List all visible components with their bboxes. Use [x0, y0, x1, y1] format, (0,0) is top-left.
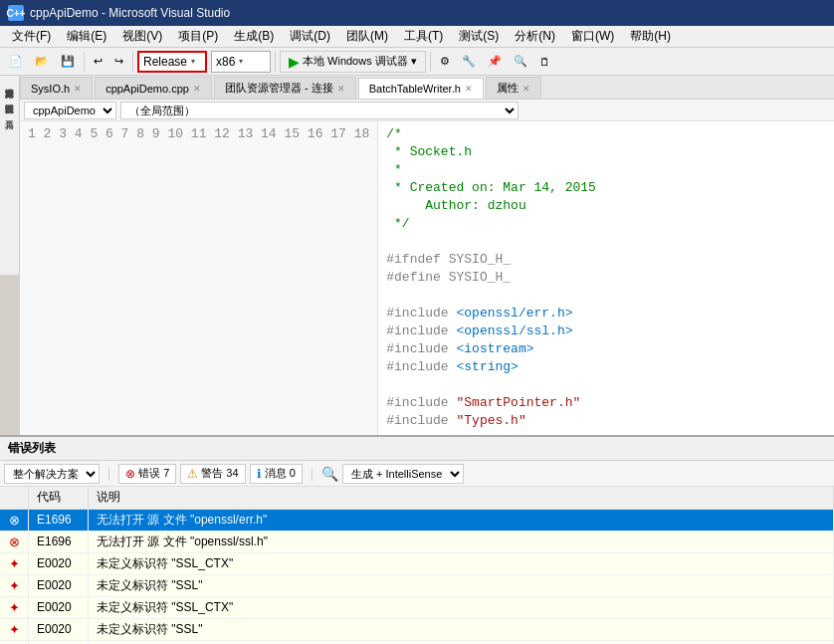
title-bar: C++ cppApiDemo - Microsoft Visual Studio	[0, 0, 834, 26]
debug-button-label: 本地 Windows 调试器	[303, 54, 408, 69]
error-toolbar: 整个解决方案 | ⊗ 错误 7 ⚠ 警告 34 ℹ 消息 0 | 🔍 生成 + …	[0, 461, 834, 487]
menu-project[interactable]: 项目(P)	[170, 26, 226, 47]
menu-team[interactable]: 团队(M)	[338, 26, 396, 47]
toolbar-sep-2	[132, 52, 133, 72]
toolbar-sep-1	[84, 52, 85, 72]
row-desc-cell: 未定义标识符 "SSL"	[89, 574, 834, 596]
info-count-badge[interactable]: ℹ 消息 0	[250, 464, 303, 484]
error-list-scroll[interactable]: 代码 说明 ⊗ E1696 无法打开 源 文件 "openssl/err.h" …	[0, 487, 834, 644]
tab-team-close[interactable]: ✕	[337, 84, 345, 94]
toolbar-btn-extra1[interactable]: ⚙	[435, 51, 455, 73]
tab-cppapidemo-close[interactable]: ✕	[193, 84, 201, 94]
row-code-cell: E1696	[29, 509, 89, 531]
tab-sysio-label: SysIO.h	[31, 83, 70, 95]
scope-bar: cppApiDemo （全局范围）	[20, 100, 834, 121]
row-desc-cell: 未定义标识符 "SSL"	[89, 618, 834, 640]
table-row[interactable]: ⊗ E1696 无法打开 源 文件 "openssl/err.h"	[0, 509, 834, 531]
row-code-cell: E0020	[29, 552, 89, 574]
debug-dropdown-arrow: ▾	[411, 55, 417, 68]
platform-arrow: ▾	[239, 57, 243, 66]
left-sidebar: 解决方案资源管理器 团队资源管理器 工具箱	[0, 76, 20, 275]
row-desc-cell: "dolphindb::Counter::count_": struct"std…	[89, 640, 834, 644]
platform-value: x86	[216, 55, 235, 69]
menu-window[interactable]: 窗口(W)	[563, 26, 622, 47]
col-header-desc[interactable]: 说明	[89, 487, 834, 509]
table-row[interactable]: ✦ E0020 未定义标识符 "SSL_CTX"	[0, 552, 834, 574]
tab-cppapidemo[interactable]: cppApiDemo.cpp ✕	[95, 77, 212, 99]
row-icon-cell: ✦	[0, 618, 29, 640]
tab-properties-label: 属性	[497, 81, 519, 96]
toolbar-btn-extra5[interactable]: 🗒	[534, 51, 555, 73]
undo-button[interactable]: ↩	[89, 51, 107, 73]
window-title: cppApiDemo - Microsoft Visual Studio	[30, 6, 230, 20]
sidebar-team[interactable]: 团队资源管理器	[1, 96, 18, 100]
build-filter-dropdown[interactable]: 生成 + IntelliSense	[342, 464, 464, 484]
error-count-label: 错误 7	[138, 466, 169, 481]
open-file-button[interactable]: 📂	[30, 51, 54, 73]
debug-start-button[interactable]: ▶ 本地 Windows 调试器 ▾	[280, 51, 426, 73]
menu-help[interactable]: 帮助(H)	[622, 26, 679, 47]
row-code-cell: E0020	[29, 618, 89, 640]
toolbar-btn-extra2[interactable]: 🔧	[457, 51, 481, 73]
row-icon-cell: ✦	[0, 552, 29, 574]
tab-batchtablewriter-close[interactable]: ✕	[465, 84, 473, 94]
menu-debug[interactable]: 调试(D)	[282, 26, 338, 47]
tab-batchtablewriter-label: BatchTableWriter.h	[369, 83, 461, 95]
row-desc-cell: 未定义标识符 "SSL_CTX"	[89, 552, 834, 574]
solution-filter-dropdown[interactable]: 整个解决方案	[4, 464, 100, 484]
tab-properties-close[interactable]: ✕	[522, 84, 530, 94]
table-row[interactable]: ✦ E0020 未定义标识符 "SSL"	[0, 618, 834, 640]
platform-dropdown[interactable]: x86 ▾	[211, 51, 271, 73]
tab-team[interactable]: 团队资源管理器 - 连接 ✕	[214, 77, 356, 99]
info-count-label: 消息 0	[265, 466, 296, 481]
tab-properties[interactable]: 属性 ✕	[486, 77, 541, 99]
save-button[interactable]: 💾	[56, 51, 80, 73]
menu-build[interactable]: 生成(B)	[226, 26, 282, 47]
tab-sysio[interactable]: SysIO.h ✕	[20, 77, 93, 99]
menu-test[interactable]: 测试(S)	[451, 26, 507, 47]
error-table: 代码 说明 ⊗ E1696 无法打开 源 文件 "openssl/err.h" …	[0, 487, 834, 644]
menu-analyze[interactable]: 分析(N)	[507, 26, 563, 47]
error-panel-title: 错误列表	[8, 440, 56, 457]
main-toolbar: 📄 📂 💾 ↩ ↪ Release ▾ x86 ▾ ▶ 本地 Windows 调…	[0, 48, 834, 76]
col-header-icon	[0, 487, 29, 509]
row-icon-cell: ✦	[0, 596, 29, 618]
sidebar-solution-explorer[interactable]: 解决方案资源管理器	[1, 80, 18, 84]
row-icon-cell: ⚠	[0, 640, 29, 644]
document-tab-bar: SysIO.h ✕ cppApiDemo.cpp ✕ 团队资源管理器 - 连接 …	[0, 76, 834, 100]
build-config-dropdown[interactable]: Release ▾	[137, 51, 207, 73]
global-scope-dropdown[interactable]: （全局范围）	[120, 102, 519, 119]
menu-edit[interactable]: 编辑(E)	[59, 26, 114, 47]
row-desc-cell: 无法打开 源 文件 "openssl/ssl.h"	[89, 531, 834, 552]
project-scope-dropdown[interactable]: cppApiDemo	[24, 102, 116, 119]
warn-count-badge[interactable]: ⚠ 警告 34	[180, 464, 245, 484]
row-desc-cell: 无法打开 源 文件 "openssl/err.h"	[89, 509, 834, 531]
tab-cppapidemo-label: cppApiDemo.cpp	[105, 83, 189, 95]
tab-sysio-close[interactable]: ✕	[74, 84, 82, 94]
table-row[interactable]: ✦ E0020 未定义标识符 "SSL"	[0, 574, 834, 596]
build-config-arrow: ▾	[191, 57, 195, 66]
toolbar-btn-extra4[interactable]: 🔍	[509, 51, 532, 73]
row-code-cell: E0020	[29, 574, 89, 596]
row-code-cell: E0020	[29, 596, 89, 618]
row-icon-cell: ⊗	[0, 531, 29, 552]
tab-batchtablewriter[interactable]: BatchTableWriter.h ✕	[358, 78, 484, 100]
table-row[interactable]: ⚠ C4251 "dolphindb::Counter::count_": st…	[0, 640, 834, 644]
info-badge-icon: ℹ	[257, 467, 262, 481]
table-row[interactable]: ✦ E0020 未定义标识符 "SSL_CTX"	[0, 596, 834, 618]
warn-badge-icon: ⚠	[187, 467, 198, 481]
app-icon: C++	[8, 5, 24, 21]
no-filter-icon[interactable]: 🔍	[321, 466, 338, 482]
table-row[interactable]: ⊗ E1696 无法打开 源 文件 "openssl/ssl.h"	[0, 531, 834, 552]
menu-tools[interactable]: 工具(T)	[396, 26, 451, 47]
menu-view[interactable]: 视图(V)	[114, 26, 170, 47]
col-header-code[interactable]: 代码	[29, 487, 89, 509]
warn-count-label: 警告 34	[201, 466, 238, 481]
sidebar-tools[interactable]: 工具箱	[1, 111, 18, 115]
toolbar-btn-extra3[interactable]: 📌	[483, 51, 507, 73]
redo-button[interactable]: ↪	[109, 51, 128, 73]
new-file-button[interactable]: 📄	[4, 51, 28, 73]
build-config-value: Release	[143, 55, 187, 69]
menu-file[interactable]: 文件(F)	[4, 26, 59, 47]
error-count-badge[interactable]: ⊗ 错误 7	[118, 464, 176, 484]
